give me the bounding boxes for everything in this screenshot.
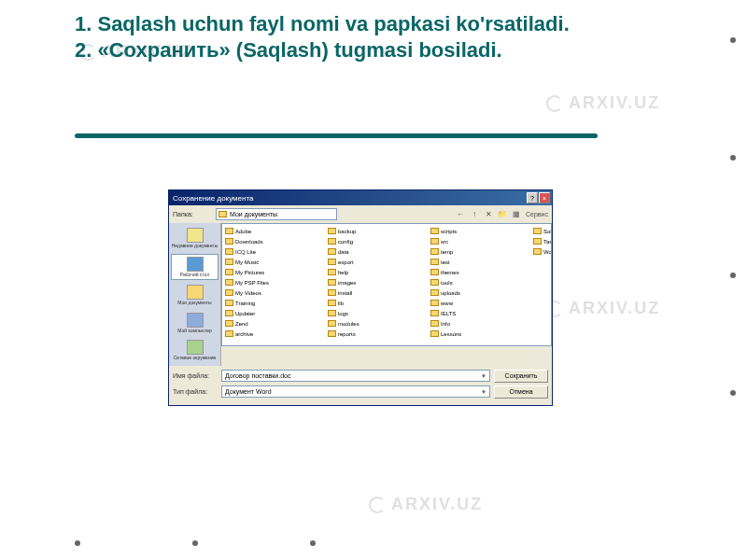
folder-icon — [328, 238, 336, 245]
computer-icon — [187, 313, 204, 328]
lookin-combo[interactable]: Мои документы — [216, 208, 337, 220]
folder-icon — [225, 310, 233, 316]
folder-item[interactable]: My Videos — [224, 287, 327, 298]
folder-item[interactable]: archive — [224, 329, 327, 339]
chevron-down-icon[interactable]: ▼ — [481, 389, 486, 395]
folder-icon — [328, 259, 336, 265]
save-button[interactable]: Сохранить — [494, 370, 548, 383]
folder-item[interactable]: lib — [327, 298, 430, 308]
folder-icon — [225, 330, 233, 337]
folder-icon — [533, 238, 542, 245]
folder-icon — [328, 248, 336, 255]
up-icon[interactable]: ↑ — [470, 210, 479, 219]
folder-item[interactable]: My PSP Files — [224, 277, 327, 287]
folder-item[interactable]: logs — [327, 308, 430, 318]
folder-icon — [218, 211, 227, 217]
folder-item[interactable]: Tasks — [532, 236, 552, 246]
filetype-label: Тип файла: — [173, 388, 218, 395]
folder-icon — [430, 330, 439, 337]
folder-icon — [430, 228, 439, 234]
folder-icon — [328, 310, 336, 316]
folder-item[interactable]: Lessons — [430, 329, 532, 339]
slide-title: 1. Saqlash uchun fayl nomi va papkasi ko… — [75, 11, 654, 63]
folder-item[interactable]: Updater — [224, 308, 327, 318]
folder-icon — [225, 320, 233, 327]
folder-item[interactable]: themes — [430, 267, 532, 277]
folder-icon — [328, 228, 336, 234]
folder-item[interactable]: Zend — [224, 318, 327, 329]
folder-item[interactable]: Works — [532, 246, 552, 257]
folder-item[interactable]: install — [327, 287, 430, 298]
folder-item[interactable]: images — [327, 277, 430, 287]
folder-item[interactable]: uploads — [430, 287, 532, 298]
dialog-titlebar[interactable]: Сохранение документа ? × — [169, 190, 552, 205]
folder-icon — [328, 320, 336, 327]
folder-item[interactable]: My Music — [224, 257, 327, 267]
folder-item[interactable]: backup — [327, 226, 430, 236]
window-controls: ? × — [527, 192, 550, 203]
views-icon[interactable]: ▦ — [512, 210, 521, 219]
folder-item[interactable]: test — [430, 257, 532, 267]
close-button[interactable]: × — [539, 192, 550, 203]
tools-dropdown[interactable]: Сервис — [526, 211, 548, 217]
folder-icon — [328, 269, 336, 275]
place-network[interactable]: Сетевое окружение — [169, 338, 220, 363]
folder-icon — [225, 279, 233, 286]
delete-icon[interactable]: ✕ — [484, 210, 493, 219]
folder-item[interactable]: src — [430, 236, 532, 246]
folder-item[interactable]: ICQ Lite — [224, 246, 327, 257]
chevron-down-icon[interactable]: ▼ — [481, 373, 486, 379]
title-divider — [75, 133, 598, 138]
folder-item[interactable]: Soft — [532, 226, 552, 236]
folder-item[interactable]: config — [327, 236, 430, 246]
folder-item[interactable]: export — [327, 257, 430, 267]
dialog-title: Сохранение документа — [171, 194, 253, 203]
folder-icon — [430, 248, 439, 255]
file-list[interactable]: AdobeDownloadsICQ LiteMy MusicMy Picture… — [221, 223, 552, 346]
place-recent[interactable]: Недавние документы — [169, 226, 220, 251]
filetype-select[interactable]: Документ Word ▼ — [221, 385, 490, 398]
folder-icon — [225, 248, 233, 255]
mydocs-icon — [187, 285, 204, 300]
folder-icon — [430, 300, 439, 306]
folder-item[interactable]: temp — [430, 246, 532, 257]
watermark: ARXIV.UZ — [546, 299, 660, 318]
folder-icon — [225, 269, 233, 275]
folder-item[interactable]: scripts — [430, 226, 532, 236]
folder-icon — [430, 289, 439, 296]
watermark: ARXIV.UZ — [369, 495, 483, 514]
folder-item[interactable]: Info — [430, 318, 532, 329]
filename-label: Имя файла: — [173, 372, 218, 379]
folder-icon — [430, 310, 439, 316]
folder-icon — [225, 238, 233, 245]
folder-icon — [328, 289, 336, 296]
filename-input[interactable]: Договор поставки.doc ▼ — [221, 370, 490, 382]
folder-icon — [328, 330, 336, 337]
folder-item[interactable]: Adobe — [224, 226, 327, 236]
network-icon — [187, 340, 204, 355]
title-line-1: 1. Saqlash uchun fayl nomi va papkasi ko… — [75, 12, 570, 35]
folder-item[interactable]: tools — [430, 277, 532, 287]
folder-item[interactable]: IELTS — [430, 308, 532, 318]
place-computer[interactable]: Мой компьютер — [169, 311, 220, 336]
folder-item[interactable]: www — [430, 298, 532, 308]
desktop-icon — [187, 257, 204, 272]
help-button[interactable]: ? — [527, 192, 538, 203]
save-dialog: Сохранение документа ? × Папка: Мои доку… — [168, 189, 553, 406]
folder-icon — [225, 300, 233, 306]
folder-item[interactable]: reports — [327, 329, 430, 339]
folder-icon — [328, 279, 336, 286]
recent-icon — [187, 228, 204, 243]
cancel-button[interactable]: Отмена — [494, 385, 548, 399]
folder-item[interactable]: data — [327, 246, 430, 257]
new-folder-icon[interactable]: 📁 — [498, 210, 507, 219]
folder-item[interactable]: My Pictures — [224, 267, 327, 277]
folder-item[interactable]: modules — [327, 318, 430, 329]
place-mydocs[interactable]: Мои документы — [169, 283, 220, 308]
back-icon[interactable]: ← — [456, 210, 465, 219]
place-desktop[interactable]: Рабочий стол — [171, 254, 218, 281]
decorative-bullets-right — [730, 37, 736, 396]
folder-item[interactable]: Training — [224, 298, 327, 308]
folder-item[interactable]: help — [327, 267, 430, 277]
folder-item[interactable]: Downloads — [224, 236, 327, 246]
